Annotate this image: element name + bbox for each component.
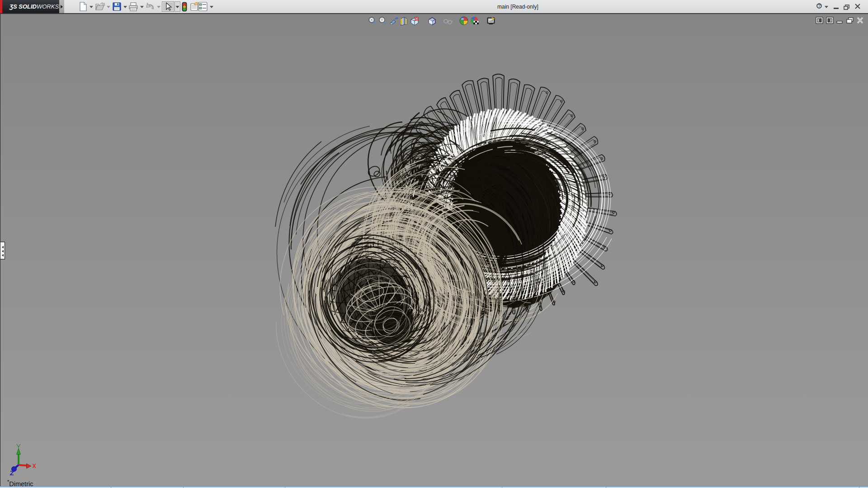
- svg-text:?: ?: [818, 3, 821, 9]
